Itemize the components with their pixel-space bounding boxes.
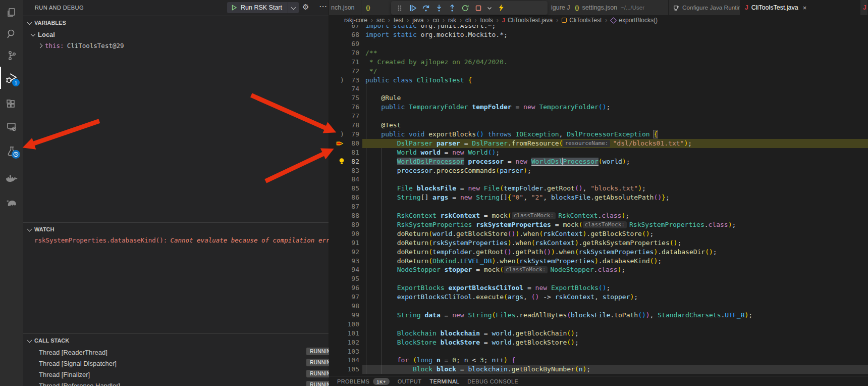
call-stack-thread[interactable]: Thread [Signal Dispatcher] RUNNING <box>23 358 344 369</box>
code-line-79[interactable]: public void exportBlocks() throws IOExce… <box>362 130 868 139</box>
step-into-icon[interactable] <box>435 4 443 12</box>
line-number-105[interactable]: 105 <box>329 365 359 374</box>
line-number-95[interactable]: 95 <box>329 274 359 283</box>
remote-explorer-icon[interactable] <box>0 117 23 137</box>
code-line-82[interactable]: WorldDslProcessor processor = new WorldD… <box>362 157 868 166</box>
code-line-101[interactable]: Blockchain blockchain = world.getBlockCh… <box>362 329 868 338</box>
line-number-101[interactable]: 101 <box>329 329 359 338</box>
line-number-88[interactable]: 88 <box>329 211 359 220</box>
code-line-94[interactable]: NodeStopper stopper = mock(classToMock:N… <box>362 265 868 274</box>
drag-handle-icon[interactable] <box>395 4 404 12</box>
line-number-91[interactable]: 91 <box>329 238 359 248</box>
code-line-98[interactable] <box>362 302 868 311</box>
line-number-92[interactable]: 92 <box>329 248 359 257</box>
code-line-69[interactable] <box>362 39 868 49</box>
step-over-icon[interactable] <box>421 4 430 12</box>
debug-config-dropdown[interactable]: Run RSK Start <box>227 2 299 13</box>
code-line-85[interactable]: File blocksFile = new File(tempFolder.ge… <box>362 184 868 193</box>
lightbulb-icon[interactable] <box>339 157 345 166</box>
code-line-97[interactable]: exportBlocksCliTool.execute(args, () -> … <box>362 293 868 302</box>
restart-icon[interactable] <box>461 4 469 12</box>
call-stack-thread[interactable]: Thread [Reference Handler] RUNNING <box>23 380 344 386</box>
line-number-84[interactable]: 84 <box>329 175 359 184</box>
breadcrumb-item[interactable]: CliToolsTest <box>569 17 602 24</box>
line-number-69[interactable]: 69 <box>329 39 359 49</box>
line-number-103[interactable]: 103 <box>329 347 359 356</box>
continue-icon[interactable] <box>408 4 417 12</box>
line-number-78[interactable]: 78 <box>329 121 359 130</box>
line-number-68[interactable]: 68 <box>329 30 359 39</box>
variable-this[interactable]: this: CliToolsTest@29 <box>23 40 344 51</box>
breadcrumb-item[interactable]: cli <box>465 17 471 24</box>
tab-output[interactable]: OUTPUT <box>398 378 422 384</box>
line-number-93[interactable]: 93 <box>329 257 359 266</box>
tab-configure-java-runtime[interactable]: Configure Java Runtime <box>669 0 740 15</box>
breadcrumb-item[interactable]: co <box>432 17 439 24</box>
stop-dropdown-chevron-icon[interactable] <box>487 4 492 12</box>
tab-problems[interactable]: PROBLEMS <box>337 378 369 384</box>
line-number-100[interactable]: 100 <box>329 320 359 329</box>
code-line-105[interactable]: Block block = blockchain.getBlockByNumbe… <box>362 365 868 374</box>
tab-clitoolstest-java[interactable]: J CliToolsTest.java × <box>740 0 860 15</box>
code-line-84[interactable] <box>362 175 868 184</box>
line-number-85[interactable]: 85 <box>329 184 359 193</box>
code-line-68[interactable]: import static org.mockito.Mockito.*; <box>362 30 868 39</box>
extensions-icon[interactable] <box>0 94 23 115</box>
line-number-74[interactable]: 74 <box>329 84 359 93</box>
breadcrumb-item[interactable]: tools <box>480 17 493 24</box>
code-line-90[interactable]: doReturn(world.getBlockStore()).when(rsk… <box>362 229 868 238</box>
gear-icon[interactable]: ⚙ <box>302 3 309 12</box>
line-number-80[interactable]: 80 <box>329 139 359 148</box>
docker-icon[interactable] <box>0 169 23 189</box>
line-number-102[interactable]: 102 <box>329 338 359 347</box>
breadcrumb-item[interactable]: rskj-core <box>344 17 367 24</box>
watch-section-header[interactable]: WATCH <box>23 224 329 234</box>
line-number-97[interactable]: 97 <box>329 293 359 302</box>
line-number-72[interactable]: 72 <box>329 67 359 76</box>
line-number-98[interactable]: 98 <box>329 302 359 311</box>
tab-terminal[interactable]: TERMINAL <box>429 378 459 384</box>
breadcrumb-item[interactable]: CliToolsTest.java <box>508 17 553 24</box>
code-line-86[interactable]: String[] args = new String[]{"0", "2", b… <box>362 193 868 202</box>
gradle-icon[interactable] <box>0 192 23 212</box>
tab-launch-json[interactable]: nch.json <box>329 0 361 15</box>
code-line-93[interactable]: doReturn(DbKind.LEVEL_DB).when(rskSystem… <box>362 257 868 266</box>
line-number-67[interactable]: 67 <box>329 25 359 30</box>
variables-scope-local[interactable]: Local <box>23 29 337 40</box>
code-line-75[interactable]: @Rule <box>362 93 868 103</box>
code-line-92[interactable]: doReturn(tempFolder.getRoot().getPath())… <box>362 248 868 257</box>
call-stack-thread[interactable]: Thread [Finalizer] RUNNING <box>23 369 344 380</box>
line-number-81[interactable]: 81 <box>329 148 359 157</box>
run-and-debug-icon[interactable] <box>0 68 23 88</box>
code-line-88[interactable]: RskContext rskContext = mock(classToMock… <box>362 211 868 220</box>
line-number-89[interactable]: 89 <box>329 220 359 229</box>
breadcrumb-item[interactable]: src <box>376 17 385 24</box>
breadcrumb-item[interactable]: exportBlocks() <box>619 17 658 24</box>
breadcrumb-item[interactable]: rsk <box>448 17 456 24</box>
step-out-icon[interactable] <box>448 4 456 12</box>
breadcrumb-item[interactable]: test <box>394 17 403 24</box>
code-line-102[interactable]: BlockStore blockStore = world.getBlockSt… <box>362 338 868 347</box>
tab-debug-console[interactable]: DEBUG CONSOLE <box>467 378 518 384</box>
code-editor[interactable]: 67686970717273)747576777879)808182838485… <box>329 25 868 376</box>
line-number-87[interactable]: 87 <box>329 202 359 211</box>
stop-icon[interactable] <box>474 4 482 12</box>
code-line-73[interactable]: public class CliToolsTest { <box>362 76 868 85</box>
watch-expression[interactable]: rskSystemProperties.databaseKind(): Cann… <box>23 234 343 246</box>
hot-code-replace-icon[interactable] <box>497 4 505 12</box>
line-number-77[interactable]: 77 <box>329 112 359 121</box>
code-line-89[interactable]: RskSystemProperties rskSystemProperties … <box>362 220 868 229</box>
line-number-96[interactable]: 96 <box>329 283 359 293</box>
code-line-99[interactable]: String data = new String(Files.readAllBy… <box>362 311 868 320</box>
code-line-77[interactable] <box>362 112 868 121</box>
code-line-91[interactable]: doReturn(rskSystemProperties).when(rskCo… <box>362 238 868 248</box>
code-line-80[interactable]: DslParser parser = DslParser.fromResourc… <box>362 139 868 148</box>
code-line-96[interactable]: ExportBlocks exportBlocksCliTool = new E… <box>362 283 868 293</box>
line-number-79[interactable]: 79 <box>329 130 359 139</box>
code-line-70[interactable]: /** <box>362 49 868 58</box>
breadcrumb[interactable]: rskj-core›src›test›java›co›rsk›cli›tools… <box>329 15 868 25</box>
code-line-87[interactable] <box>362 202 868 211</box>
line-number-76[interactable]: 76 <box>329 103 359 112</box>
line-number-75[interactable]: 75 <box>329 93 359 103</box>
breadcrumb-item[interactable]: java <box>412 17 423 24</box>
